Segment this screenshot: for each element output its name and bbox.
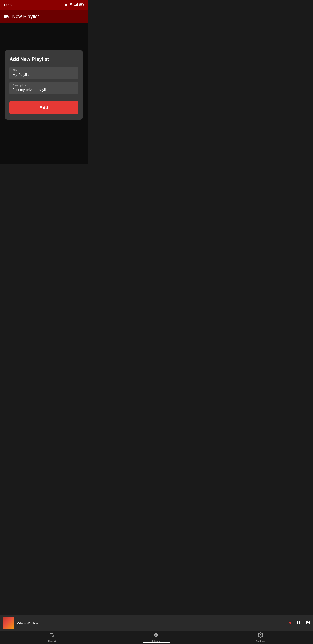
title-input-group[interactable]: Title My Playlist (9, 67, 78, 80)
title-label: Title (12, 69, 75, 72)
svg-rect-2 (76, 4, 77, 6)
svg-rect-1 (75, 5, 76, 6)
dialog-title: Add New Playlist (9, 56, 78, 62)
menu-line-3 (3, 18, 7, 18)
svg-rect-0 (74, 5, 75, 6)
menu-plus-icon: + (7, 15, 9, 18)
main-content: Add New Playlist Title My Playlist Descr… (0, 23, 88, 164)
status-icons: ⏺ (64, 3, 84, 7)
page-title: New Playlist (12, 14, 39, 20)
record-indicator-icon: ⏺ (64, 3, 68, 7)
wifi-icon (69, 3, 73, 7)
svg-rect-3 (77, 3, 78, 6)
signal-icon (74, 3, 78, 7)
top-bar: + New Playlist (0, 10, 88, 23)
battery-icon (79, 3, 84, 7)
add-playlist-dialog: Add New Playlist Title My Playlist Descr… (5, 50, 83, 120)
description-input[interactable]: Just my private playlist (12, 88, 75, 92)
title-input[interactable]: My Playlist (12, 73, 75, 77)
status-bar: 10:55 ⏺ (0, 0, 88, 10)
description-label: Description (12, 84, 75, 87)
add-button[interactable]: Add (9, 101, 78, 114)
svg-rect-5 (80, 4, 82, 6)
menu-icon[interactable]: + (3, 15, 8, 18)
description-input-group[interactable]: Description Just my private playlist (9, 82, 78, 94)
status-time: 10:55 (3, 3, 12, 7)
